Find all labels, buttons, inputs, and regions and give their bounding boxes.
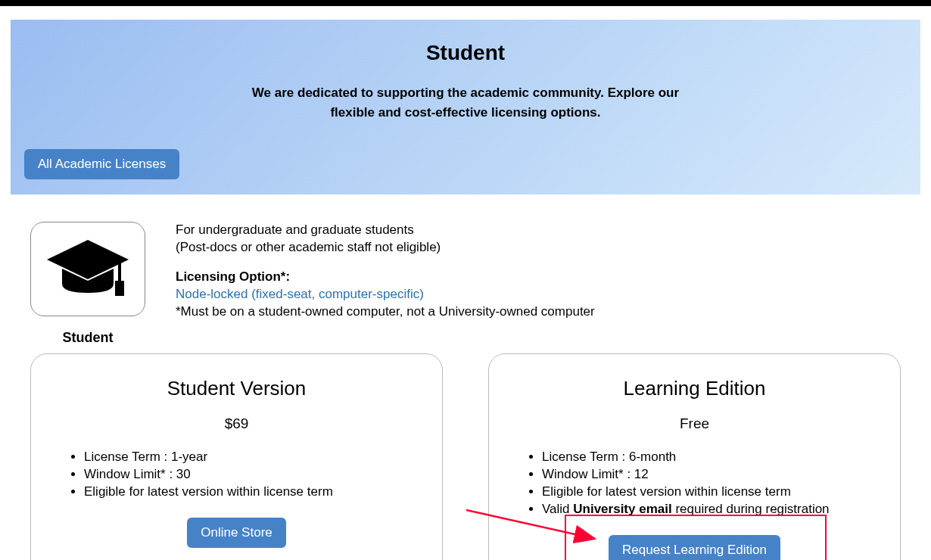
pricing-cards-row: Student Version $69 License Term : 1-yea… [0,353,931,560]
learning-edition-title: Learning Edition [512,377,877,400]
student-icon-label: Student [30,330,145,346]
request-learning-edition-button[interactable]: Request Learning Edition [609,535,780,560]
licensing-option-label: Licensing Option*: [176,269,290,284]
eligibility-line2: (Post-docs or other academic staff not e… [176,239,908,257]
list-item: Window Limit* : 12 [542,466,877,484]
all-academic-licenses-button[interactable]: All Academic Licenses [24,149,179,179]
main-info-row: Student For undergraduate and graduate s… [0,194,931,353]
feature4-suffix: required during registration [672,502,830,516]
list-item: Eligible for latest version within licen… [84,484,419,501]
list-item: License Term : 1-year [84,449,419,466]
student-version-card: Student Version $69 License Term : 1-yea… [30,353,443,560]
list-item: Window Limit* : 30 [84,466,419,484]
feature4-bold: University email [573,502,671,516]
hero-subtitle: We are dedicated to supporting the acade… [24,83,907,122]
list-item: License Term : 6-month [542,449,877,466]
svg-marker-0 [47,240,129,279]
hero-subtitle-line1: We are dedicated to supporting the acade… [252,86,679,100]
learning-edition-price: Free [512,415,877,432]
eligibility-line1: For undergraduate and graduate students [176,222,908,239]
feature4-prefix: Valid [542,502,573,516]
licensing-footnote: *Must be on a student-owned computer, no… [176,303,908,321]
svg-rect-2 [115,281,124,296]
top-border [0,0,931,6]
student-version-price: $69 [54,415,419,432]
student-icon-box [30,222,145,316]
list-item: Eligible for latest version within licen… [542,484,877,501]
student-icon-column: Student [30,222,145,346]
hero-subtitle-line2: flexible and cost-effective licensing op… [330,105,600,120]
student-version-title: Student Version [54,377,419,400]
licensing-option-link[interactable]: Node-locked (fixed-seat, computer-specif… [176,287,424,301]
student-info-text: For undergraduate and graduate students … [176,222,908,346]
learning-edition-features: License Term : 6-month Window Limit* : 1… [512,449,877,518]
learning-edition-card: Learning Edition Free License Term : 6-m… [488,353,901,560]
hero-banner: Student We are dedicated to supporting t… [11,20,920,194]
page-title: Student [24,41,907,65]
list-item: Valid University email required during r… [542,501,877,518]
student-version-features: License Term : 1-year Window Limit* : 30… [54,449,419,501]
graduation-cap-icon [42,234,133,305]
online-store-button[interactable]: Online Store [187,518,286,548]
